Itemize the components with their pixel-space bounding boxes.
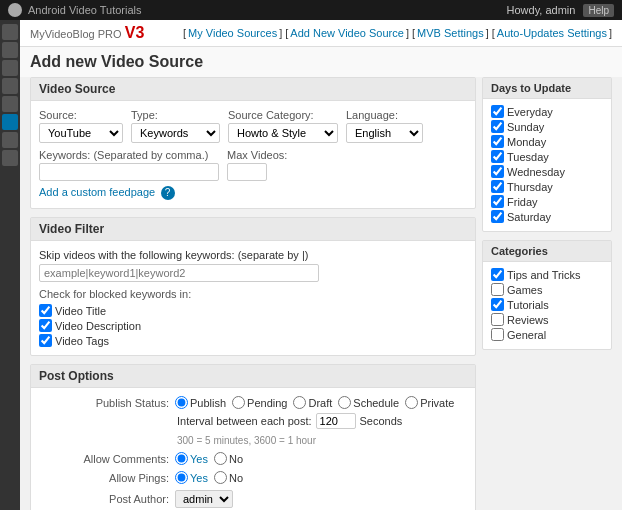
chk-title-label[interactable]: Video Title xyxy=(39,304,467,317)
category-select[interactable]: Howto & Style xyxy=(228,123,338,143)
allow-pings-row: Allow Pings: Yes No xyxy=(39,471,467,484)
day-wednesday[interactable]: Wednesday xyxy=(491,165,603,178)
publish-radio-schedule[interactable]: Schedule xyxy=(338,396,399,409)
chk-desc-label[interactable]: Video Description xyxy=(39,319,467,332)
days-widget-body: Everyday Sunday Monday Tuesday Wednesday… xyxy=(483,99,611,231)
skip-keywords-input[interactable] xyxy=(39,264,319,282)
language-select[interactable]: English xyxy=(346,123,423,143)
page-wrapper: MyVideoBlog PRO V3 [My Video Sources] [A… xyxy=(0,20,622,510)
comments-yes[interactable]: Yes xyxy=(175,452,208,465)
publish-radio-group: Publish Pending Draft Schedule Private xyxy=(175,396,454,409)
help-icon[interactable]: ? xyxy=(161,186,175,200)
day-everyday[interactable]: Everyday xyxy=(491,105,603,118)
type-select[interactable]: Keywords xyxy=(131,123,220,143)
comments-no[interactable]: No xyxy=(214,452,243,465)
allow-comments-label: Allow Comments: xyxy=(39,453,169,465)
allow-comments-row: Allow Comments: Yes No xyxy=(39,452,467,465)
language-group: Language: English xyxy=(346,109,423,143)
skip-label: Skip videos with the following keywords:… xyxy=(39,249,467,261)
cat-reviews[interactable]: Reviews xyxy=(491,313,603,326)
admin-bar: Android Video Tutorials Howdy, admin Hel… xyxy=(0,0,622,20)
video-source-section: Video Source Source: YouTube Type: xyxy=(30,77,476,209)
chk-desc-input[interactable] xyxy=(39,319,52,332)
pings-yes[interactable]: Yes xyxy=(175,471,208,484)
interval-hint: 300 = 5 minutes, 3600 = 1 hour xyxy=(177,435,316,446)
day-friday[interactable]: Friday xyxy=(491,195,603,208)
publish-radio-private[interactable]: Private xyxy=(405,396,454,409)
post-author-select[interactable]: admin xyxy=(175,490,233,508)
source-select[interactable]: YouTube xyxy=(39,123,123,143)
day-thursday[interactable]: Thursday xyxy=(491,180,603,193)
cat-tips[interactable]: Tips and Tricks xyxy=(491,268,603,281)
page-title: Add new Video Source xyxy=(30,53,612,71)
categories-widget: Categories Tips and Tricks Games Tutoria… xyxy=(482,240,612,350)
custom-feed-link[interactable]: Add a custom feedpage xyxy=(39,186,155,198)
nav-add-source[interactable]: Add New Video Source xyxy=(290,27,404,39)
source-group: Source: YouTube xyxy=(39,109,123,143)
day-monday[interactable]: Monday xyxy=(491,135,603,148)
chk-tags-text: Video Tags xyxy=(55,335,109,347)
cat-general[interactable]: General xyxy=(491,328,603,341)
video-source-header: Video Source xyxy=(31,78,475,101)
sidebar-comments-icon[interactable] xyxy=(2,96,18,112)
sidebar-plugins-icon[interactable] xyxy=(2,114,18,130)
day-tuesday[interactable]: Tuesday xyxy=(491,150,603,163)
sidebar-posts-icon[interactable] xyxy=(2,42,18,58)
help-button[interactable]: Help xyxy=(583,4,614,17)
video-filter-section: Video Filter Skip videos with the follow… xyxy=(30,217,476,356)
plugin-version-badge: V3 xyxy=(125,24,145,41)
sidebar-pages-icon[interactable] xyxy=(2,78,18,94)
chk-title-input[interactable] xyxy=(39,304,52,317)
admin-bar-right: Howdy, admin Help xyxy=(507,4,614,17)
check-checkboxes: Video Title Video Description Video Tags xyxy=(39,304,467,347)
keywords-row: Keywords: (Separated by comma.) android,… xyxy=(39,149,467,181)
video-filter-header: Video Filter xyxy=(31,218,475,241)
language-label: Language: xyxy=(346,109,423,121)
check-label: Check for blocked keywords in: xyxy=(39,288,467,300)
nav-auto-updates[interactable]: Auto-Updates Settings xyxy=(497,27,607,39)
keywords-group: Keywords: (Separated by comma.) android,… xyxy=(39,149,219,181)
content-area: Video Source Source: YouTube Type: xyxy=(20,77,622,510)
sidebar-media-icon[interactable] xyxy=(2,60,18,76)
post-options-body: Publish Status: Publish Pending Draft Sc… xyxy=(31,388,475,510)
cat-games[interactable]: Games xyxy=(491,283,603,296)
sidebar-appearance-icon[interactable] xyxy=(2,132,18,148)
chk-tags-label[interactable]: Video Tags xyxy=(39,334,467,347)
source-row: Source: YouTube Type: Keywords xyxy=(39,109,467,143)
admin-sidebar xyxy=(0,20,20,510)
video-filter-body: Skip videos with the following keywords:… xyxy=(31,241,475,355)
cat-tutorials[interactable]: Tutorials xyxy=(491,298,603,311)
howdy-text: Howdy, admin xyxy=(507,4,576,16)
post-author-row: Post Author: admin xyxy=(39,490,467,508)
type-group: Type: Keywords xyxy=(131,109,220,143)
day-saturday[interactable]: Saturday xyxy=(491,210,603,223)
sidebar-settings-icon[interactable] xyxy=(2,150,18,166)
interval-input[interactable] xyxy=(316,413,356,429)
video-source-body: Source: YouTube Type: Keywords xyxy=(31,101,475,208)
categories-widget-header: Categories xyxy=(483,241,611,262)
day-sunday[interactable]: Sunday xyxy=(491,120,603,133)
admin-bar-left: Android Video Tutorials xyxy=(8,3,142,17)
nav-mvb-settings[interactable]: MVB Settings xyxy=(417,27,484,39)
allow-pings-label: Allow Pings: xyxy=(39,472,169,484)
sidebar-dashboard-icon[interactable] xyxy=(2,24,18,40)
publish-radio-draft[interactable]: Draft xyxy=(293,396,332,409)
plugin-header: MyVideoBlog PRO V3 [My Video Sources] [A… xyxy=(20,20,622,47)
publish-radio-pending[interactable]: Pending xyxy=(232,396,287,409)
site-name: Android Video Tutorials xyxy=(28,4,142,16)
pings-no[interactable]: No xyxy=(214,471,243,484)
chk-title-text: Video Title xyxy=(55,305,106,317)
interval-row: Interval between each post: Seconds 300 … xyxy=(39,415,467,446)
max-videos-input[interactable]: 4 xyxy=(227,163,267,181)
chk-tags-input[interactable] xyxy=(39,334,52,347)
main-form: Video Source Source: YouTube Type: xyxy=(30,77,476,510)
interval-label: Interval between each post: xyxy=(177,415,312,427)
publish-status-row: Publish Status: Publish Pending Draft Sc… xyxy=(39,396,467,409)
interval-unit: Seconds xyxy=(360,415,403,427)
max-videos-group: Max Videos: 4 xyxy=(227,149,287,181)
max-videos-label: Max Videos: xyxy=(227,149,287,161)
publish-radio-publish[interactable]: Publish xyxy=(175,396,226,409)
nav-my-sources[interactable]: My Video Sources xyxy=(188,27,277,39)
keywords-input[interactable]: android, tutorial xyxy=(39,163,219,181)
keywords-label: Keywords: (Separated by comma.) xyxy=(39,149,219,161)
